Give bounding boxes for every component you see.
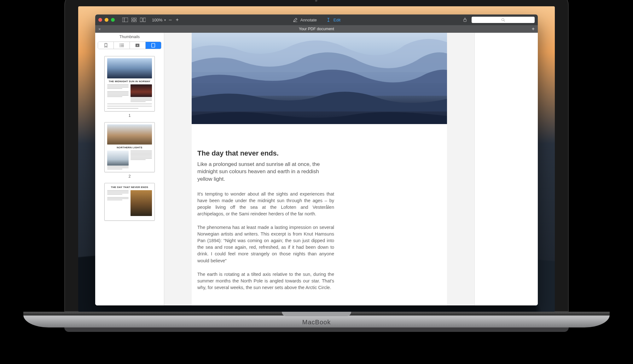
edit-button[interactable]: Edit xyxy=(326,18,340,22)
thumbnail-page-3[interactable]: THE DAY THAT NEVER ENDS xyxy=(104,183,155,221)
desktop-wallpaper: 100% ▾ – + Annotate xyxy=(78,6,555,312)
svg-rect-20 xyxy=(152,43,155,47)
document-viewer: The day that never ends. Like a prolonge… xyxy=(164,33,538,305)
add-tab-button[interactable]: + xyxy=(532,26,535,32)
thumbnail-hero-image xyxy=(107,124,152,145)
minimize-window-button[interactable] xyxy=(105,18,108,22)
laptop-base: MacBook xyxy=(23,312,610,327)
page-text-column: The day that never ends. Like a prolonge… xyxy=(197,149,334,291)
zoom-value[interactable]: 100% xyxy=(152,18,162,22)
svg-rect-2 xyxy=(132,18,133,19)
svg-line-11 xyxy=(504,20,505,21)
edit-label: Edit xyxy=(334,18,340,22)
page-paragraph: The phenomena has at least made a lastin… xyxy=(197,224,334,264)
sidebar-mode-segmented: A xyxy=(98,42,161,49)
thumbnail-list[interactable]: THE MIDNIGHT SUN IN NORWAY xyxy=(95,51,164,305)
search-icon xyxy=(501,18,505,22)
view-mode-buttons xyxy=(122,18,146,22)
right-panel xyxy=(474,33,538,305)
thumbnail-inline-image xyxy=(131,84,152,97)
page-paragraph: The earth is rotating at a tilted axis r… xyxy=(197,271,334,291)
svg-rect-0 xyxy=(122,18,128,22)
thumbnail-hero-image xyxy=(107,58,152,78)
thumbnail-inline-image xyxy=(107,151,129,166)
thumbnail-page-1[interactable]: THE MIDNIGHT SUN IN NORWAY xyxy=(104,56,155,111)
thumbnail-title: THE DAY THAT NEVER ENDS xyxy=(107,186,152,189)
page-number: 1 xyxy=(98,113,161,118)
svg-rect-6 xyxy=(140,18,142,22)
chevron-down-icon[interactable]: ▾ xyxy=(164,18,166,22)
text-cursor-icon xyxy=(326,18,331,22)
bookmarks-mode-button[interactable] xyxy=(98,42,113,49)
sidebar: Thumbnails A THE MIDNIGHT SUN IN NORW xyxy=(95,33,164,305)
two-page-view-icon[interactable] xyxy=(140,18,146,22)
zoom-in-button[interactable]: + xyxy=(175,17,180,23)
close-tab-button[interactable]: × xyxy=(98,27,101,31)
laptop-frame: 100% ▾ – + Annotate xyxy=(0,0,633,332)
annotate-button[interactable]: Annotate xyxy=(293,18,317,22)
page-paragraph: It's tempting to wonder about all the si… xyxy=(197,191,334,217)
thumbnail-title: THE MIDNIGHT SUN IN NORWAY xyxy=(107,80,152,83)
search-input[interactable] xyxy=(472,17,535,23)
grid-view-icon[interactable] xyxy=(131,18,137,22)
page-heading: The day that never ends. xyxy=(197,149,334,157)
tab-bar: × Your PDF document + xyxy=(95,25,538,33)
page-lead: Like a prolonged sunset and sunrise all … xyxy=(197,161,334,183)
svg-point-10 xyxy=(502,19,504,21)
annotations-mode-button[interactable]: A xyxy=(130,42,145,49)
pdf-app-window: 100% ▾ – + Annotate xyxy=(95,14,538,305)
svg-rect-5 xyxy=(135,20,136,22)
trackpad-notch xyxy=(282,312,351,316)
laptop-foot xyxy=(64,327,569,332)
zoom-window-button[interactable] xyxy=(111,18,115,22)
center-tools: Annotate Edit xyxy=(293,14,340,25)
pencil-icon xyxy=(293,18,298,22)
tab-title[interactable]: Your PDF document xyxy=(299,27,334,31)
right-tools xyxy=(462,17,535,23)
screen-bezel: 100% ▾ – + Annotate xyxy=(64,0,569,312)
thumbnail-title: NORTHERN LIGHTS xyxy=(107,146,152,149)
share-icon[interactable] xyxy=(462,18,468,22)
svg-point-12 xyxy=(119,43,120,44)
sidebar-toggle-icon[interactable] xyxy=(122,18,128,22)
thumbnail-page-2[interactable]: NORTHERN LIGHTS xyxy=(104,122,155,172)
zoom-controls: 100% ▾ – + xyxy=(152,17,180,23)
toolbar: 100% ▾ – + Annotate xyxy=(95,14,538,25)
camera-icon xyxy=(315,0,318,3)
thumbnails-mode-button[interactable] xyxy=(145,42,161,49)
svg-rect-7 xyxy=(143,18,146,22)
outline-mode-button[interactable] xyxy=(113,42,129,49)
device-brand: MacBook xyxy=(302,319,331,326)
window-controls xyxy=(98,18,115,22)
document-page: The day that never ends. Like a prolonge… xyxy=(192,33,447,305)
app-body: Thumbnails A THE MIDNIGHT SUN IN NORW xyxy=(95,33,538,305)
svg-point-16 xyxy=(119,46,120,47)
page-number: 2 xyxy=(98,174,161,179)
annotate-label: Annotate xyxy=(300,18,317,22)
svg-point-14 xyxy=(119,45,120,46)
page-scroll-area[interactable]: The day that never ends. Like a prolonge… xyxy=(164,33,474,305)
svg-text:A: A xyxy=(137,44,138,47)
page-hero-image xyxy=(192,33,447,124)
zoom-out-button[interactable]: – xyxy=(168,17,173,23)
svg-rect-4 xyxy=(132,20,133,22)
sidebar-title: Thumbnails xyxy=(95,33,164,41)
svg-rect-3 xyxy=(135,18,136,19)
thumbnail-inline-image xyxy=(131,190,152,216)
close-window-button[interactable] xyxy=(98,18,102,22)
